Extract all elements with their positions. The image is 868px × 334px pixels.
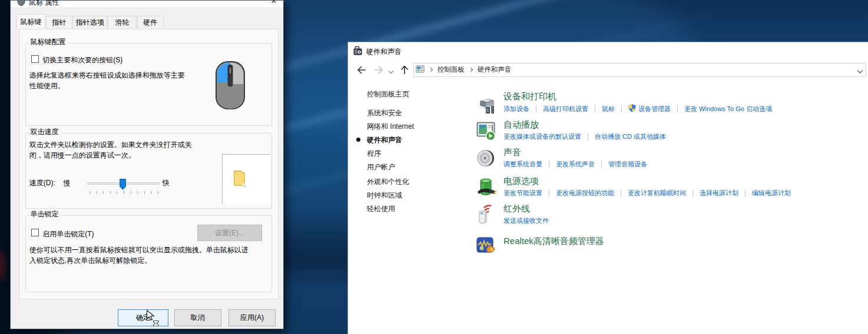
mouse-dialog-icon bbox=[17, 0, 25, 8]
tab-mouse-buttons[interactable]: 鼠标键 bbox=[16, 14, 45, 29]
autoplay-icon[interactable] bbox=[476, 122, 496, 143]
cp-item-power-options: 电源选项 更改节能设置 更改电源按钮的功能 更改计算机睡眠时间 选择电源计划 编… bbox=[503, 176, 791, 198]
tab-label: 指针 bbox=[52, 18, 66, 26]
button-config-description: 选择此复选框来将右按钮设成如选择和拖放等主要 性能使用。 bbox=[29, 71, 185, 91]
address-bar[interactable]: 控制面板 硬件和声音 bbox=[413, 63, 866, 77]
sidebar-item-programs[interactable]: 程序 bbox=[367, 149, 381, 159]
folder-icon bbox=[233, 169, 247, 189]
switch-buttons-checkbox-label[interactable]: 切换主要和次要的按钮(S) bbox=[42, 55, 122, 65]
close-icon[interactable]: ✕ bbox=[265, 0, 283, 7]
cp-item-infrared: 红外线 发送或接收文件 bbox=[503, 204, 549, 225]
up-button-icon[interactable] bbox=[400, 65, 409, 77]
category-heading[interactable]: 自动播放 bbox=[503, 120, 666, 129]
link-separator bbox=[601, 161, 602, 168]
click-lock-checkbox-label[interactable]: 启用单击锁定(T) bbox=[42, 229, 94, 239]
task-link[interactable]: 高级打印机设置 bbox=[543, 105, 588, 113]
link-separator bbox=[621, 190, 621, 197]
group-button-config-title: 鼠标键配置 bbox=[29, 38, 68, 46]
category-heading[interactable]: Realtek高清晰音频管理器 bbox=[503, 236, 604, 246]
task-link[interactable]: 管理音频设备 bbox=[608, 160, 647, 169]
sidebar-item-appearance[interactable]: 外观和个性化 bbox=[367, 177, 409, 187]
click-lock-checkbox[interactable] bbox=[31, 229, 39, 236]
tab-label: 鼠标键 bbox=[20, 18, 41, 26]
breadcrumb-control-panel[interactable]: 控制面板 bbox=[438, 65, 465, 74]
power-options-icon[interactable] bbox=[476, 178, 498, 199]
sidebar-item-system-security[interactable]: 系统和安全 bbox=[367, 108, 402, 118]
breadcrumb-chevron-icon bbox=[429, 68, 433, 72]
cp-item-devices-printers: 设备和打印机 添加设备 高级打印机设置 鼠标 设备管理器 更改 Windows … bbox=[503, 92, 772, 113]
breadcrumb-chevron-icon bbox=[469, 68, 473, 72]
speed-slow-label: 慢 bbox=[64, 178, 71, 188]
task-link[interactable]: 更改 Windows To Go 启动选项 bbox=[684, 105, 772, 113]
switch-buttons-checkbox[interactable] bbox=[31, 55, 39, 63]
task-link[interactable]: 更改媒体或设备的默认设置 bbox=[503, 132, 581, 141]
cp-item-sound: 声音 调整系统音量 更改系统声音 管理音频设备 bbox=[503, 148, 647, 169]
double-click-description: 双击文件夹以检测你的设置。如果文件夹没打开或关 闭，请用慢一点的设置再试一次。 bbox=[29, 140, 192, 161]
task-link[interactable]: 更改计算机睡眠时间 bbox=[628, 189, 686, 198]
task-link[interactable]: 鼠标 bbox=[602, 105, 615, 113]
sidebar-item-user-accounts[interactable]: 用户帐户 bbox=[367, 162, 395, 172]
link-separator bbox=[549, 190, 549, 197]
link-separator bbox=[549, 161, 549, 168]
task-link[interactable]: 自动播放 CD 或其他媒体 bbox=[595, 132, 666, 141]
cp-item-realtek-audio: Realtek高清晰音频管理器 bbox=[503, 236, 604, 246]
navigation-bar: 控制面板 硬件和声音 bbox=[348, 60, 868, 83]
sound-icon[interactable] bbox=[476, 148, 495, 170]
description-line: 性能使用。 bbox=[29, 81, 185, 92]
tab-pointers[interactable]: 指针 bbox=[46, 16, 72, 29]
speed-label: 速度(D): bbox=[29, 178, 55, 188]
task-link[interactable]: 更改节能设置 bbox=[503, 189, 542, 198]
window-title: 硬件和声音 bbox=[366, 47, 402, 57]
sidebar-item-network-internet[interactable]: 网络和 Internet bbox=[367, 122, 414, 132]
task-link[interactable]: 更改电源按钮的功能 bbox=[556, 189, 614, 198]
category-heading[interactable]: 设备和打印机 bbox=[503, 92, 772, 101]
description-line: 选择此复选框来将右按钮设成如选择和拖放等主要 bbox=[29, 71, 185, 81]
devices-printers-icon[interactable] bbox=[476, 95, 496, 116]
tab-pointer-options[interactable]: 指针选项 bbox=[73, 16, 107, 29]
category-heading[interactable]: 电源选项 bbox=[503, 176, 791, 186]
tab-label: 硬件 bbox=[143, 18, 157, 26]
link-separator bbox=[595, 105, 595, 112]
task-link[interactable]: 编辑电源计划 bbox=[752, 189, 791, 198]
cancel-button[interactable]: 取消 bbox=[174, 309, 221, 326]
tab-hardware[interactable]: 硬件 bbox=[137, 16, 164, 29]
task-link[interactable]: 更改系统声音 bbox=[556, 160, 595, 169]
forward-button-icon[interactable] bbox=[373, 65, 384, 76]
back-button-icon[interactable] bbox=[356, 65, 367, 76]
category-heading[interactable]: 声音 bbox=[503, 148, 647, 157]
tab-wheel[interactable]: 滑轮 bbox=[108, 16, 137, 29]
infrared-icon[interactable] bbox=[476, 204, 495, 226]
description-line: 使你可以不用一直按着鼠标按钮就可以突出显示或拖拽。单击鼠标以进 bbox=[29, 245, 249, 256]
task-link[interactable]: 发送或接收文件 bbox=[503, 216, 549, 225]
sidebar-item-ease-of-access[interactable]: 轻松使用 bbox=[367, 204, 395, 214]
link-separator bbox=[588, 133, 588, 141]
group-double-click-title: 双击速度 bbox=[29, 128, 61, 136]
cp-item-autoplay: 自动播放 更改媒体或设备的默认设置 自动播放 CD 或其他媒体 bbox=[503, 120, 666, 141]
group-click-lock-title: 单击锁定 bbox=[29, 211, 61, 218]
hardware-and-sound-icon bbox=[353, 46, 363, 58]
address-dropdown-icon[interactable] bbox=[857, 68, 863, 76]
sidebar-item-hardware-sound[interactable]: 硬件和声音 bbox=[367, 135, 402, 145]
link-separator bbox=[693, 190, 693, 197]
breadcrumb-hardware-and-sound[interactable]: 硬件和声音 bbox=[478, 65, 512, 74]
sidebar-item-clock-region[interactable]: 时钟和区域 bbox=[367, 191, 402, 201]
realtek-audio-icon[interactable] bbox=[476, 237, 496, 255]
control-panel-icon bbox=[416, 65, 425, 75]
recent-pages-chevron-icon[interactable] bbox=[388, 68, 394, 76]
sidebar-item-home[interactable]: 控制面板主页 bbox=[367, 89, 409, 99]
dialog-titlebar[interactable]: 鼠标 属性 ✕ bbox=[11, 1, 283, 7]
apply-button[interactable]: 应用(A) bbox=[228, 309, 276, 326]
task-link-device-manager[interactable]: 设备管理器 bbox=[628, 104, 671, 113]
control-panel-content: 控制面板主页 系统和安全 网络和 Internet 硬件和声音 程序 用户帐户 … bbox=[348, 83, 868, 334]
click-lock-description: 使你可以不用一直按着鼠标按钮就可以突出显示或拖拽。单击鼠标以进 入锁定状态,再次… bbox=[29, 245, 249, 266]
link-separator bbox=[536, 105, 536, 112]
task-link[interactable]: 添加设备 bbox=[503, 105, 529, 113]
control-panel-titlebar[interactable]: 硬件和声音 bbox=[348, 42, 868, 60]
control-panel-window: 硬件和声音 控制面 bbox=[347, 42, 868, 334]
description-line: 入锁定状态,再次单击鼠标可解除锁定。 bbox=[29, 256, 249, 266]
task-link[interactable]: 调整系统音量 bbox=[503, 160, 542, 169]
click-lock-settings-button[interactable]: 设置(E)... bbox=[197, 225, 262, 241]
category-heading[interactable]: 红外线 bbox=[503, 204, 549, 213]
speed-slider-thumb[interactable] bbox=[120, 179, 126, 192]
task-link[interactable]: 选择电源计划 bbox=[700, 189, 738, 198]
